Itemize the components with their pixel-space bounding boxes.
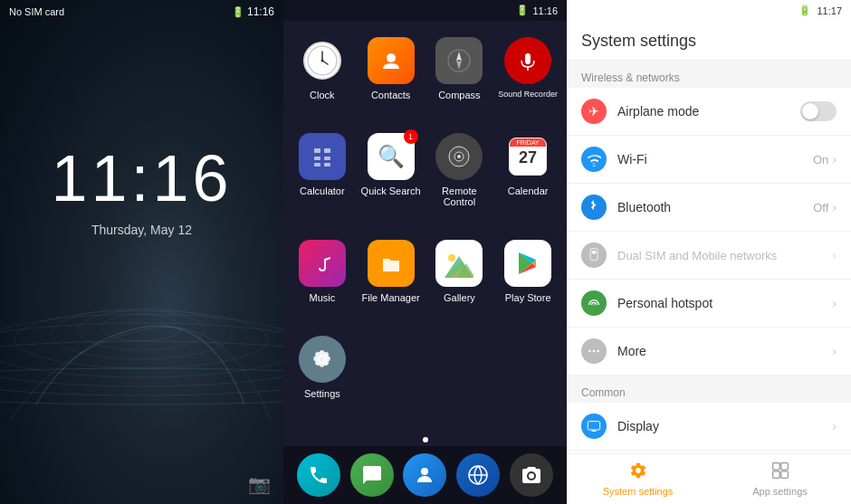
settings-display[interactable]: Display › bbox=[567, 403, 851, 451]
svg-marker-14 bbox=[456, 61, 462, 70]
drawer-status-icons: 🔋 11:16 bbox=[516, 5, 558, 16]
svg-rect-19 bbox=[324, 148, 330, 153]
app-settings-nav-icon bbox=[771, 461, 789, 484]
app-contacts-label: Contacts bbox=[371, 90, 410, 100]
settings-airplane-mode[interactable]: ✈ Airplane mode bbox=[567, 88, 851, 136]
camera-shortcut[interactable]: 📷 bbox=[248, 473, 271, 495]
settings-hotspot[interactable]: Personal hotspot › bbox=[567, 280, 851, 328]
drawer-status-bar: 🔋 11:16 bbox=[283, 0, 567, 21]
display-chevron: › bbox=[832, 419, 837, 433]
system-settings-nav-icon bbox=[629, 461, 647, 484]
drawer-time: 11:16 bbox=[532, 5, 558, 16]
display-label: Display bbox=[617, 419, 832, 433]
app-settings-label: Settings bbox=[304, 388, 340, 399]
svg-point-40 bbox=[588, 350, 591, 353]
app-contacts[interactable]: Contacts bbox=[357, 30, 426, 126]
svg-point-26 bbox=[457, 155, 461, 158]
dock-camera[interactable] bbox=[510, 453, 553, 497]
app-settings-nav-label: App settings bbox=[752, 486, 808, 497]
airplane-mode-toggle[interactable] bbox=[800, 101, 837, 121]
sim-label: No SIM card bbox=[9, 6, 64, 17]
play-store-icon bbox=[504, 240, 551, 287]
nav-system-settings[interactable]: System settings bbox=[567, 454, 709, 504]
app-file-manager-label: File Manager bbox=[362, 292, 420, 303]
toggle-thumb bbox=[802, 103, 818, 119]
svg-point-34 bbox=[421, 468, 428, 475]
lock-time: 11:16 bbox=[247, 5, 274, 18]
dual-sim-chevron: › bbox=[832, 248, 837, 262]
svg-marker-13 bbox=[456, 52, 462, 61]
more-icon bbox=[581, 338, 607, 364]
section-header-wireless: Wireless & networks bbox=[567, 61, 851, 88]
more-chevron: › bbox=[832, 344, 837, 358]
app-quicksearch[interactable]: 🔍 1 Quick Search bbox=[357, 126, 426, 233]
compass-icon bbox=[435, 37, 483, 84]
svg-point-37 bbox=[529, 473, 534, 479]
app-remote-control[interactable]: Remote Control bbox=[426, 126, 494, 233]
app-calculator[interactable]: Calculator bbox=[288, 126, 357, 233]
settings-status-bar: 🔋 11:17 bbox=[567, 0, 851, 21]
dock-browser[interactable] bbox=[456, 453, 500, 497]
app-clock[interactable]: Clock bbox=[288, 30, 357, 126]
wifi-chevron: › bbox=[832, 152, 837, 166]
clock-icon bbox=[303, 42, 341, 80]
svg-rect-43 bbox=[588, 422, 599, 430]
lock-status-bar: No SIM card 🔋 11:16 bbox=[0, 0, 283, 24]
dual-sim-icon bbox=[581, 242, 607, 268]
svg-point-29 bbox=[448, 254, 455, 262]
quicksearch-icon: 🔍 1 bbox=[368, 133, 415, 180]
settings-bottom-nav: System settings App settings bbox=[567, 453, 851, 504]
svg-point-11 bbox=[320, 60, 323, 62]
app-sound-recorder[interactable]: Sound Recorder bbox=[493, 30, 562, 126]
app-calendar[interactable]: FRIDAY 27 Calendar bbox=[493, 126, 562, 233]
dual-sim-label: Dual SIM and Mobile networks bbox=[617, 249, 832, 262]
nav-app-settings[interactable]: App settings bbox=[709, 454, 851, 504]
svg-rect-16 bbox=[525, 53, 531, 64]
lock-screen: No SIM card 🔋 11:16 11:16 Thursday, May … bbox=[0, 0, 283, 504]
app-play-store[interactable]: Play Store bbox=[493, 233, 562, 328]
contacts-icon bbox=[368, 37, 415, 84]
app-music-label: Music bbox=[310, 292, 336, 303]
settings-title: System settings bbox=[567, 21, 851, 61]
app-music[interactable]: Music bbox=[288, 233, 357, 328]
app-grid: Clock Contacts Compass bbox=[283, 21, 567, 433]
dock-messages[interactable] bbox=[350, 453, 394, 497]
system-settings-nav-label: System settings bbox=[603, 486, 674, 497]
ripple-decoration bbox=[0, 223, 283, 450]
settings-more[interactable]: More › bbox=[567, 328, 851, 376]
wifi-value: On bbox=[813, 153, 828, 166]
settings-body: Wireless & networks ✈ Airplane mode Wi-F… bbox=[567, 61, 851, 453]
app-compass[interactable]: Compass bbox=[426, 30, 494, 126]
gallery-icon bbox=[435, 240, 483, 287]
dock-bar bbox=[283, 446, 567, 504]
app-clock-label: Clock bbox=[310, 90, 335, 100]
quicksearch-badge: 1 bbox=[404, 129, 418, 144]
svg-rect-23 bbox=[324, 163, 330, 166]
battery-icon: 🔋 bbox=[232, 6, 244, 18]
airplane-mode-icon: ✈ bbox=[581, 99, 607, 124]
page-dot bbox=[423, 437, 428, 442]
settings-wifi[interactable]: Wi-Fi On › bbox=[567, 136, 851, 184]
settings-dual-sim[interactable]: Dual SIM and Mobile networks › bbox=[567, 232, 851, 280]
bluetooth-icon bbox=[581, 195, 607, 220]
app-file-manager[interactable]: File Manager bbox=[357, 233, 426, 328]
lock-time-display: 11:16 bbox=[0, 141, 283, 215]
section-header-common: Common bbox=[567, 376, 851, 403]
app-remote-label: Remote Control bbox=[429, 185, 491, 207]
bluetooth-label: Bluetooth bbox=[617, 200, 813, 214]
file-manager-icon bbox=[368, 240, 415, 287]
svg-rect-39 bbox=[592, 251, 597, 253]
app-calendar-label: Calendar bbox=[508, 185, 549, 196]
remote-control-icon bbox=[435, 133, 483, 180]
page-indicator bbox=[283, 433, 567, 446]
calculator-icon bbox=[299, 133, 346, 180]
app-compass-label: Compass bbox=[438, 90, 480, 100]
app-gallery-label: Gallery bbox=[444, 292, 475, 303]
app-quicksearch-label: Quick Search bbox=[361, 185, 421, 196]
dock-contacts[interactable] bbox=[403, 453, 446, 497]
app-settings[interactable]: Settings bbox=[288, 328, 357, 424]
dock-phone[interactable] bbox=[297, 453, 340, 497]
app-gallery[interactable]: Gallery bbox=[426, 233, 494, 328]
settings-icon bbox=[299, 336, 346, 383]
settings-bluetooth[interactable]: Bluetooth Off › bbox=[567, 184, 851, 232]
